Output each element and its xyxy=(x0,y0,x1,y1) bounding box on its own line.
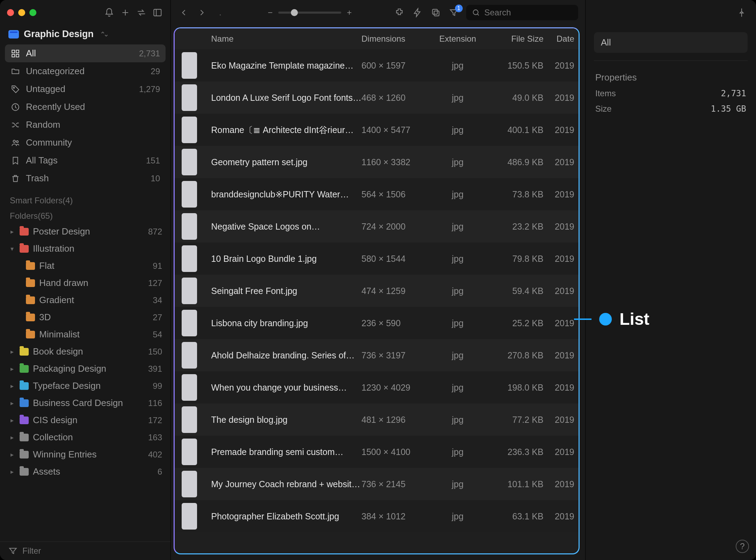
cell-dimensions: 580 × 1544 xyxy=(362,254,432,264)
zoom-in-button[interactable]: + xyxy=(347,8,352,18)
folder-item[interactable]: Gradient 34 xyxy=(5,292,166,309)
svg-rect-0 xyxy=(154,9,161,16)
nav-item-random[interactable]: Random xyxy=(5,116,166,134)
cell-date: 2019 xyxy=(544,511,575,522)
copy-icon[interactable] xyxy=(430,7,442,19)
folders-label[interactable]: Folders(65) xyxy=(0,208,170,223)
bolt-icon[interactable] xyxy=(412,7,424,19)
cell-extension: jpg xyxy=(432,254,484,264)
folder-label: Assets xyxy=(33,466,60,477)
nav-item-count: 2,731 xyxy=(139,49,160,58)
table-row[interactable]: Romane〔≣ Architecte dInt谷rieur… 1400 × 5… xyxy=(175,114,578,146)
table-row[interactable]: Ahold Delhaize branding. Series of… 736 … xyxy=(175,339,578,371)
cell-dimensions: 736 × 3197 xyxy=(362,350,432,360)
folder-label: Book design xyxy=(33,346,83,357)
table-row[interactable]: My Journey Coach rebrand + websit… 736 ×… xyxy=(175,468,578,500)
folder-item[interactable]: ▸ Collection 163 xyxy=(5,429,166,446)
folder-item[interactable]: Flat 91 xyxy=(5,257,166,274)
chevron-icon[interactable]: ▸ xyxy=(8,434,15,441)
search-input[interactable] xyxy=(484,8,573,18)
inspector-tab[interactable]: All xyxy=(594,32,748,53)
nav-item-all-tags[interactable]: All Tags 151 xyxy=(5,152,166,169)
nav-item-community[interactable]: Community xyxy=(5,134,166,152)
folder-item[interactable]: ▸ Packaging Design 391 xyxy=(5,360,166,377)
close-window-button[interactable] xyxy=(7,9,14,16)
folder-label: Typeface Design xyxy=(33,380,101,391)
table-row[interactable]: 10 Brain Logo Bundle 1.jpg 580 × 1544 jp… xyxy=(175,243,578,275)
col-dimensions[interactable]: Dimensions xyxy=(362,34,432,44)
col-date[interactable]: Date xyxy=(544,34,575,44)
folder-item[interactable]: ▸ CIS design 172 xyxy=(5,412,166,429)
cell-dimensions: 564 × 1506 xyxy=(362,189,432,200)
updown-icon: ⌃⌄ xyxy=(100,30,107,38)
transfer-icon[interactable] xyxy=(135,7,147,19)
prop-size-value: 1.35 GB xyxy=(711,104,746,114)
bell-icon[interactable] xyxy=(103,7,115,19)
nav-item-recently-used[interactable]: Recently Used xyxy=(5,98,166,116)
table-row[interactable]: branddesignclub※PURITY Water… 564 × 1506… xyxy=(175,178,578,210)
table-row[interactable]: Premade branding semi custom… 1500 × 410… xyxy=(175,436,578,468)
table-row[interactable]: Photographer Elizabeth Scott.jpg 384 × 1… xyxy=(175,500,578,532)
chevron-icon[interactable]: ▸ xyxy=(8,365,15,373)
nav-item-untagged[interactable]: Untagged 1,279 xyxy=(5,80,166,98)
folder-item[interactable]: Minimalist 54 xyxy=(5,326,166,343)
nav-item-label: Untagged xyxy=(26,84,65,94)
forward-button[interactable] xyxy=(196,7,208,19)
smart-folders-label[interactable]: Smart Folders(4) xyxy=(0,187,170,208)
back-button[interactable] xyxy=(178,7,190,19)
table-row[interactable]: Eko Magazine Template magazine… 600 × 15… xyxy=(175,49,578,82)
col-extension[interactable]: Extension xyxy=(432,34,484,44)
pin-icon[interactable] xyxy=(736,7,748,19)
table-row[interactable]: Lisbona city branding.jpg 236 × 590 jpg … xyxy=(175,307,578,339)
chevron-icon[interactable]: ▸ xyxy=(8,348,15,356)
minimize-window-button[interactable] xyxy=(18,9,25,16)
thumbnail xyxy=(182,342,197,369)
funnel-icon[interactable]: 1 xyxy=(448,7,460,19)
cell-extension: jpg xyxy=(432,222,484,232)
sidebar-toggle-icon[interactable] xyxy=(152,7,163,19)
col-name[interactable]: Name xyxy=(211,34,361,44)
chevron-icon[interactable]: ▸ xyxy=(8,228,15,236)
folder-count: 402 xyxy=(148,450,162,460)
chevron-icon[interactable]: ▸ xyxy=(8,399,15,407)
table-row[interactable]: The design blog.jpg 481 × 1296 jpg 77.2 … xyxy=(175,404,578,436)
folder-item[interactable]: ▸ Typeface Design 99 xyxy=(5,377,166,394)
chevron-icon[interactable]: ▸ xyxy=(8,416,15,424)
table-row[interactable]: Seingalt Free Font.jpg 474 × 1259 jpg 59… xyxy=(175,275,578,307)
help-button[interactable]: ? xyxy=(736,540,749,553)
chevron-icon[interactable]: ▸ xyxy=(8,382,15,390)
zoom-slider[interactable] xyxy=(278,12,341,14)
folder-count: 54 xyxy=(153,330,162,340)
folder-item[interactable]: Hand drawn 127 xyxy=(5,274,166,292)
nav-item-trash[interactable]: Trash 10 xyxy=(5,169,166,187)
search-box[interactable] xyxy=(466,5,578,20)
folder-item[interactable]: ▾ Illustration xyxy=(5,240,166,257)
svg-point-5 xyxy=(13,87,14,88)
plus-icon[interactable] xyxy=(119,7,131,19)
chevron-icon[interactable]: ▸ xyxy=(8,468,15,476)
table-row[interactable]: Geometry pattern set.jpg 1160 × 3382 jpg… xyxy=(175,146,578,178)
filter-input[interactable] xyxy=(22,546,162,556)
table-row[interactable]: Negative Space Logos on… 724 × 2000 jpg … xyxy=(175,210,578,243)
folder-item[interactable]: ▸ Poster Design 872 xyxy=(5,223,166,240)
folder-item[interactable]: ▸ Assets 6 xyxy=(5,463,166,480)
nav-item-all[interactable]: All 2,731 xyxy=(5,44,166,62)
thumbnail xyxy=(182,117,197,143)
zoom-out-button[interactable]: − xyxy=(268,8,273,18)
extension-icon[interactable] xyxy=(393,7,405,19)
chevron-icon[interactable]: ▸ xyxy=(8,451,15,458)
cell-extension: jpg xyxy=(432,479,484,489)
folder-item[interactable]: ▸ Business Card Design 116 xyxy=(5,394,166,412)
folder-item[interactable]: 3D 27 xyxy=(5,309,166,326)
table-row[interactable]: When you change your business… 1230 × 40… xyxy=(175,371,578,404)
library-selector[interactable]: Graphic Design ⌃⌄ xyxy=(0,25,170,44)
zoom-window-button[interactable] xyxy=(29,9,36,16)
cell-name: Ahold Delhaize branding. Series of… xyxy=(211,350,361,360)
chevron-icon[interactable]: ▾ xyxy=(8,245,15,253)
col-file-size[interactable]: File Size xyxy=(484,34,544,44)
folder-item[interactable]: ▸ Winning Entries 402 xyxy=(5,446,166,463)
folder-item[interactable]: ▸ Book design 150 xyxy=(5,343,166,360)
nav-item-uncategorized[interactable]: Uncategorized 29 xyxy=(5,62,166,80)
table-row[interactable]: London A Luxe Serif Logo Font fonts… 468… xyxy=(175,82,578,114)
folder-count: 172 xyxy=(148,415,162,425)
